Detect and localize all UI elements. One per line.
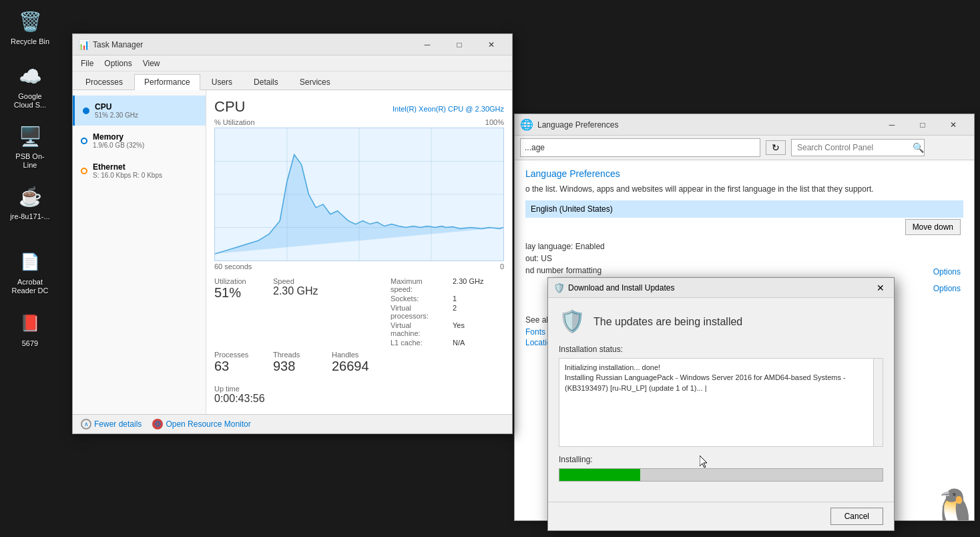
sockets-label: Sockets: — [391, 295, 442, 303]
language-list-item[interactable]: English (United States) Move down — [525, 200, 963, 218]
processes-label: Processes — [214, 351, 268, 359]
desktop-icon-google-cloud[interactable]: ☁️ Google Cloud S... — [7, 60, 53, 112]
resource-monitor-link[interactable]: ⚙ Open Resource Monitor — [152, 419, 250, 429]
virt-proc-label: Virtual processors: — [391, 304, 442, 320]
virt-machine-value: Yes — [453, 321, 504, 337]
wu-icon: 🛡️ — [559, 309, 585, 335]
log-line-3: (KB3193497) [ru-RU_LP] (update 1 of 1)..… — [565, 383, 877, 393]
dlg-titlebar: 🛡️ Download and Install Updates ✕ — [548, 278, 894, 298]
cp-display-lang: lay language: Enabled — [525, 242, 963, 251]
penguin-mascot: 🐧 — [931, 486, 974, 520]
dlg-close-btn[interactable]: ✕ — [873, 283, 889, 293]
menu-file[interactable]: File — [75, 57, 99, 69]
tm-footer: ∧ Fewer details ⚙ Open Resource Monitor — [73, 414, 512, 433]
tab-services[interactable]: Services — [290, 74, 340, 90]
options-link-2[interactable]: Options — [933, 284, 961, 293]
resource-monitor-icon: ⚙ — [152, 419, 163, 429]
util-stat-label: Utilization — [214, 277, 268, 285]
menu-view[interactable]: View — [138, 57, 166, 69]
l1-cache-label: L1 cache: — [391, 339, 442, 347]
fewer-details-text: Fewer details — [94, 419, 142, 429]
threads-label: Threads — [273, 351, 326, 359]
tm-maximize-btn[interactable]: □ — [444, 35, 475, 55]
desktop-icon-pdf[interactable]: 📕 5679 — [7, 307, 53, 351]
sidebar-cpu-name: CPU — [95, 102, 138, 112]
max-speed-value: 2.30 GHz — [453, 277, 504, 293]
google-cloud-icon: ☁️ — [17, 63, 43, 90]
tm-tab-bar: Processes Performance Users Details Serv… — [73, 71, 512, 90]
log-line-2: Installing Russian LanguagePack - Window… — [565, 373, 877, 383]
cpu-chart — [214, 128, 504, 261]
update-dialog: 🛡️ Download and Install Updates ✕ 🛡️ The… — [547, 277, 895, 531]
time-label-right: 0 — [500, 262, 504, 271]
tm-close-btn[interactable]: ✕ — [476, 35, 507, 55]
sockets-value: 1 — [453, 295, 504, 303]
tm-minimize-btn[interactable]: ─ — [412, 35, 443, 55]
dlg-footer: Cancel — [548, 502, 894, 530]
sidebar-cpu[interactable]: CPU 51% 2.30 GHz — [73, 96, 206, 126]
uptime-value: 0:00:43:56 — [214, 393, 504, 405]
sidebar-ethernet-sub: S: 16.0 Kbps R: 0 Kbps — [93, 172, 162, 179]
progress-bar-fill — [559, 469, 640, 481]
sidebar-ethernet[interactable]: Ethernet S: 16.0 Kbps R: 0 Kbps — [73, 156, 206, 186]
tab-details[interactable]: Details — [244, 74, 288, 90]
sidebar-memory[interactable]: Memory 1.9/6.0 GB (32%) — [73, 126, 206, 156]
dlg-title-icon: 🛡️ — [553, 283, 564, 293]
tm-menu-bar: File Options View — [73, 55, 512, 71]
cp-address-text: ...age — [525, 143, 545, 152]
options-link-1[interactable]: Options — [933, 267, 961, 277]
tm-main-panel: CPU Intel(R) Xeon(R) CPU @ 2.30GHz % Uti… — [206, 90, 512, 414]
resource-monitor-text: Open Resource Monitor — [166, 419, 250, 429]
time-label-left: 60 seconds — [214, 262, 252, 271]
cp-title-icon: 🌐 — [520, 118, 533, 131]
sidebar-memory-name: Memory — [93, 132, 144, 142]
fewer-details-link[interactable]: ∧ Fewer details — [81, 419, 142, 429]
speed-stat-label: Speed — [273, 277, 326, 285]
cp-close-btn[interactable]: ✕ — [938, 115, 969, 135]
cp-intro-text: o the list. Windows, apps and websites w… — [525, 184, 963, 194]
memory-dot-icon — [81, 138, 87, 144]
recycle-bin-label: Recycle Bin — [11, 37, 49, 46]
log-scrollbar[interactable] — [873, 359, 883, 446]
move-down-btn[interactable]: Move down — [905, 219, 961, 235]
sidebar-ethernet-name: Ethernet — [93, 162, 162, 172]
task-manager-window: 📊 Task Manager ─ □ ✕ File Options View P… — [72, 33, 513, 434]
virt-machine-label: Virtual machine: — [391, 321, 442, 337]
tab-processes[interactable]: Processes — [75, 74, 133, 90]
sidebar-cpu-sub: 51% 2.30 GHz — [95, 112, 138, 119]
cancel-button[interactable]: Cancel — [830, 508, 883, 525]
cp-titlebar: 🌐 Language Preferences ─ □ ✕ — [515, 114, 974, 136]
desktop-icon-recycle-bin[interactable]: 🗑️ Recycle Bin — [7, 5, 53, 49]
desktop-icon-psb[interactable]: 🖥️ PSB On-Line — [7, 120, 53, 172]
dlg-main-title: The updates are being installed — [593, 316, 742, 328]
handles-value: 26694 — [332, 359, 385, 374]
search-icon: 🔍 — [913, 142, 924, 153]
cpu-title: CPU — [214, 98, 245, 116]
tm-content-area: CPU 51% 2.30 GHz Memory 1.9/6.0 GB (32%)… — [73, 90, 512, 414]
progress-bar-bg — [559, 468, 883, 482]
cp-minimize-btn[interactable]: ─ — [877, 115, 907, 135]
cpu-dot-icon — [83, 108, 89, 114]
language-item-text: English (United States) — [531, 204, 613, 214]
cp-number-format: nd number formatting — [525, 266, 963, 275]
desktop-icon-jre[interactable]: ☕ jre-8u171-... — [7, 180, 53, 224]
ethernet-dot-icon — [81, 168, 87, 174]
desktop-icon-acrobat[interactable]: 📄 Acrobat Reader DC — [7, 246, 53, 298]
cp-search-input[interactable] — [791, 139, 925, 156]
util-label: % Utilization — [214, 118, 255, 126]
util-stat-value: 51% — [214, 285, 268, 301]
processes-value: 63 — [214, 359, 268, 374]
cp-maximize-btn[interactable]: □ — [907, 115, 938, 135]
l1-cache-value: N/A — [453, 339, 504, 347]
cp-refresh-btn[interactable]: ↻ — [766, 140, 786, 155]
cp-address-bar[interactable]: ...age — [520, 138, 760, 157]
install-log: Initializing installation... done! Insta… — [559, 358, 883, 447]
menu-options[interactable]: Options — [99, 57, 137, 69]
tab-performance[interactable]: Performance — [134, 74, 200, 90]
dlg-title-text: Download and Install Updates — [568, 283, 873, 293]
pdf-label: 5679 — [22, 339, 38, 348]
util-max: 100% — [485, 118, 504, 126]
speed-stat-value: 2.30 GHz — [273, 285, 326, 297]
google-cloud-label: Google Cloud S... — [9, 92, 51, 110]
tab-users[interactable]: Users — [202, 74, 242, 90]
